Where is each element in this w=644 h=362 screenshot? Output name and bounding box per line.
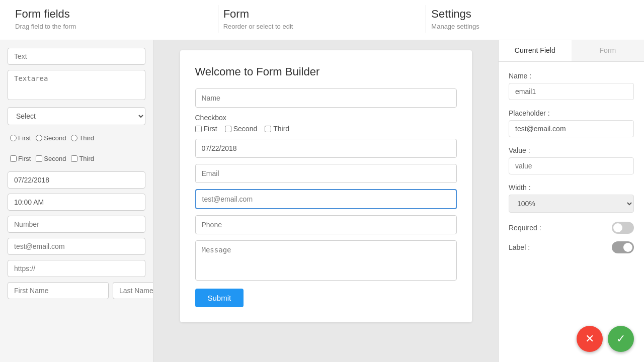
time-field-input[interactable] (8, 194, 145, 211)
settings-width-row: Width : 100% (509, 184, 634, 213)
cancel-fab-button[interactable]: ✕ (577, 326, 603, 352)
placeholder-input[interactable] (509, 120, 634, 137)
form-email-input[interactable] (195, 164, 457, 183)
text-field-item (8, 48, 145, 65)
number-field-input[interactable] (8, 216, 145, 233)
right-panel: Current Field Form Name : Placeholder : … (498, 40, 644, 362)
form-checkbox-label: Checkbox (195, 114, 457, 122)
date-field-item (8, 171, 145, 189)
email-field-item (8, 238, 145, 255)
settings-subtitle: Manage settings (431, 23, 629, 30)
main-layout: Select First Second Third First Second T… (0, 40, 644, 362)
select-field-input[interactable]: Select (8, 107, 145, 125)
required-toggle[interactable] (612, 222, 634, 234)
checkbox-group: First Second Third (8, 151, 145, 166)
url-field-input[interactable] (8, 260, 145, 277)
form-phone-input[interactable] (195, 215, 457, 234)
name-group (8, 282, 145, 299)
settings-content: Name : Placeholder : Value : Width : 100… (499, 62, 644, 271)
radio-field-item: First Second Third (8, 130, 145, 146)
form-fields-title: Form fields (15, 8, 213, 21)
checkbox-field-item: First Second Third (8, 151, 145, 166)
form-fields-subtitle: Drag field to the form (15, 23, 213, 30)
form-checkbox-first[interactable]: First (195, 125, 217, 133)
form-title: Form (223, 8, 421, 21)
confirm-fab-button[interactable]: ✓ (608, 326, 634, 352)
settings-required-row: Required : (509, 222, 634, 234)
header-right: Settings Manage settings (426, 5, 634, 33)
name-label: Name : (509, 72, 634, 80)
textarea-field-item (8, 70, 145, 102)
placeholder-label: Placeholder : (509, 109, 634, 117)
width-label: Width : (509, 184, 634, 192)
header-left: Form fields Drag field to the form (10, 5, 218, 33)
time-field-item (8, 194, 145, 211)
checkbox-first[interactable]: First (10, 155, 31, 162)
value-label: Value : (509, 146, 634, 154)
number-field-item (8, 216, 145, 233)
width-select[interactable]: 100% (509, 195, 634, 213)
first-name-input[interactable] (8, 282, 109, 299)
tab-current-field[interactable]: Current Field (499, 40, 572, 61)
date-field-input[interactable] (8, 171, 145, 189)
checkbox-second[interactable]: Second (36, 155, 66, 162)
url-field-item (8, 260, 145, 277)
last-name-input[interactable] (113, 282, 153, 299)
form-card-title: Welcome to Form Builder (195, 65, 457, 78)
checkbox-third[interactable]: Third (71, 155, 94, 162)
select-field-item: Select (8, 107, 145, 125)
settings-value-row: Value : (509, 146, 634, 174)
text-field-input[interactable] (8, 48, 145, 65)
radio-group: First Second Third (8, 130, 145, 146)
form-subtitle: Reorder or select to edit (223, 23, 421, 30)
form-checkbox-third[interactable]: Third (265, 125, 289, 133)
name-field-item (8, 282, 145, 299)
form-checkbox-second[interactable]: Second (225, 125, 257, 133)
required-label: Required : (509, 224, 541, 232)
settings-title: Settings (431, 8, 629, 21)
settings-tabs: Current Field Form (499, 40, 644, 62)
header-center: Form Reorder or select to edit (218, 5, 427, 33)
name-input[interactable] (509, 83, 634, 100)
submit-button[interactable]: Submit (195, 289, 244, 307)
email-field-input[interactable] (8, 238, 145, 255)
label-toggle[interactable] (612, 241, 634, 253)
settings-label-row: Label : (509, 241, 634, 253)
form-checkbox-section: Checkbox First Second Third (195, 114, 457, 133)
tab-form[interactable]: Form (572, 40, 645, 61)
radio-first[interactable]: First (10, 134, 31, 142)
radio-third[interactable]: Third (71, 134, 94, 142)
center-panel: Welcome to Form Builder Checkbox First S… (153, 40, 498, 362)
form-name-input[interactable] (195, 88, 457, 108)
left-panel: Select First Second Third First Second T… (0, 40, 153, 362)
header: Form fields Drag field to the form Form … (0, 0, 644, 40)
form-active-email-input[interactable] (195, 189, 457, 209)
fab-container: ✕ ✓ (577, 326, 634, 352)
settings-placeholder-row: Placeholder : (509, 109, 634, 137)
value-input[interactable] (509, 157, 634, 174)
textarea-field-input[interactable] (8, 70, 145, 100)
label-label: Label : (509, 243, 530, 251)
form-message-textarea[interactable] (195, 240, 457, 281)
form-card: Welcome to Form Builder Checkbox First S… (180, 50, 472, 322)
radio-second[interactable]: Second (36, 134, 66, 142)
form-checkbox-options: First Second Third (195, 125, 457, 133)
settings-name-row: Name : (509, 72, 634, 100)
form-date-input[interactable] (195, 139, 457, 158)
